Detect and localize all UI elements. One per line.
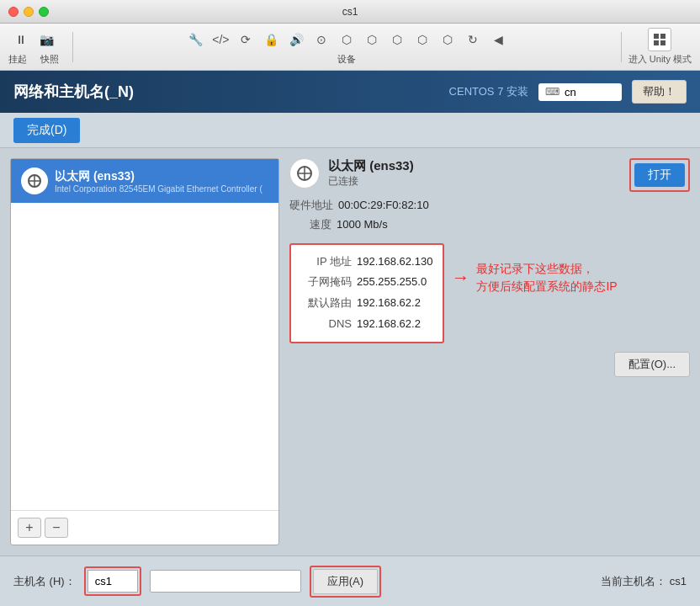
add-network-button[interactable]: + xyxy=(18,518,41,538)
lock-icon-btn[interactable]: 🔒 xyxy=(259,28,283,51)
toolbar-devices-group: 🔧 </> ⟳ 🔒 🔊 ⊙ ⬡ ⬡ ⬡ ⬡ ⬡ ↻ ◀ 设备 xyxy=(80,28,614,66)
usb-icon-btn[interactable]: ⬡ xyxy=(335,28,358,51)
dns-value: 192.168.62.2 xyxy=(357,314,421,335)
current-hostname-area: 当前主机名： cs1 xyxy=(601,574,687,589)
pause-button[interactable]: ⏸ xyxy=(9,28,33,51)
pause-label: 挂起 xyxy=(8,53,27,66)
titlebar: cs1 xyxy=(0,0,700,24)
audio-icon-btn[interactable]: 🔊 xyxy=(284,28,308,51)
dns-label: DNS xyxy=(301,314,352,335)
network-name: 以太网 (ens33) xyxy=(55,169,262,184)
arrow-annotation: → 最好记录下这些数据， 方便后续配置系统的静态IP xyxy=(451,260,617,295)
refresh-icon-btn[interactable]: ⟳ xyxy=(234,28,257,51)
usb5-icon-btn[interactable]: ⬡ xyxy=(436,28,459,51)
done-button[interactable]: 完成(D) xyxy=(13,118,80,143)
gateway-label: 默认路由 xyxy=(301,293,352,314)
window-title: cs1 xyxy=(342,6,358,18)
speed-label: 速度 xyxy=(289,215,331,234)
current-hostname-label: 当前主机名： xyxy=(601,575,666,587)
ip-annotation-row: IP 地址 192.168.62.130 子网掩码 255.255.255.0 … xyxy=(289,243,690,343)
speed-value: 1000 Mb/s xyxy=(337,215,388,234)
code-icon-btn[interactable]: </> xyxy=(209,28,232,51)
conn-title: 以太网 (ens33) xyxy=(328,158,414,174)
hw-label: 硬件地址 xyxy=(289,195,333,215)
toggle-connection-button[interactable]: 打开 xyxy=(634,163,685,187)
gateway-value: 192.168.62.2 xyxy=(357,293,421,314)
maximize-button[interactable] xyxy=(39,7,49,17)
header-right: CENTOS 7 安装 ⌨ 帮助！ xyxy=(449,80,687,104)
enter-unity-label: 进入 Unity 模式 xyxy=(628,53,692,66)
hostname-label: 主机名 (H)： xyxy=(13,574,76,589)
svg-rect-2 xyxy=(654,40,659,45)
configure-button-area: 配置(O)... xyxy=(289,352,690,377)
snapshot-button[interactable]: 📷 xyxy=(34,28,58,51)
subnet-row: 子网掩码 255.255.255.0 xyxy=(301,272,432,293)
configure-button[interactable]: 配置(O)... xyxy=(614,352,690,377)
ethernet-icon xyxy=(26,173,43,189)
snapshot-label: 快照 xyxy=(40,53,59,66)
connection-icon xyxy=(289,158,320,189)
toolbar-right: 进入 Unity 模式 xyxy=(628,28,692,66)
hw-value: 00:0C:29:F0:82:10 xyxy=(338,195,429,215)
svg-rect-1 xyxy=(660,34,666,39)
unity-icon xyxy=(648,28,671,51)
apply-button-box: 应用(A) xyxy=(310,566,381,598)
usb2-icon-btn[interactable]: ⬡ xyxy=(360,28,384,51)
conn-ethernet-icon xyxy=(295,164,314,183)
bottom-bar: 主机名 (H)： 应用(A) 当前主机名： cs1 xyxy=(0,556,700,606)
search-input[interactable] xyxy=(565,86,615,98)
annotation-line1: 最好记录下这些数据， xyxy=(476,260,617,278)
remove-network-button[interactable]: − xyxy=(45,518,68,538)
unity-svg xyxy=(652,32,667,47)
conn-title-area: 以太网 (ens33) 已连接 xyxy=(328,158,414,189)
usb4-icon-btn[interactable]: ⬡ xyxy=(411,28,434,51)
connection-header-row: 以太网 (ens33) 已连接 硬件地址 00:0C:29:F0:82:10 速… xyxy=(289,158,690,235)
devices-label: 设备 xyxy=(337,53,356,66)
toolbar-devices-icons: 🔧 </> ⟳ 🔒 🔊 ⊙ ⬡ ⬡ ⬡ ⬡ ⬡ ↻ ◀ xyxy=(183,28,510,51)
header-bar: 网络和主机名(_N) CENTOS 7 安装 ⌨ 帮助！ xyxy=(0,71,700,113)
toolbar-left-buttons: ⏸ 📷 xyxy=(9,28,58,51)
window-controls xyxy=(8,7,49,17)
hostname-extra-field[interactable] xyxy=(150,570,301,593)
connection-header: 以太网 (ens33) 已连接 xyxy=(289,158,619,189)
speed-row: 速度 1000 Mb/s xyxy=(289,215,619,234)
header-title: 网络和主机名(_N) xyxy=(13,82,134,102)
network-icon xyxy=(21,167,48,194)
network-info: 以太网 (ens33) Intel Corporation 82545EM Gi… xyxy=(55,169,262,194)
camera-icon-btn[interactable]: ⊙ xyxy=(310,28,333,51)
right-content-area: 以太网 (ens33) 已连接 硬件地址 00:0C:29:F0:82:10 速… xyxy=(289,158,690,377)
hostname-input[interactable] xyxy=(88,570,138,593)
svg-rect-0 xyxy=(654,34,659,39)
conn-details: 硬件地址 00:0C:29:F0:82:10 速度 1000 Mb/s xyxy=(289,195,619,235)
apply-button[interactable]: 应用(A) xyxy=(313,569,378,594)
close-button[interactable] xyxy=(8,7,19,17)
hostname-input-box xyxy=(84,566,141,596)
hw-address-row: 硬件地址 00:0C:29:F0:82:10 xyxy=(289,195,619,215)
annotation-text-block: 最好记录下这些数据， 方便后续配置系统的静态IP xyxy=(476,260,617,295)
help-button[interactable]: 帮助！ xyxy=(632,80,687,104)
minimize-button[interactable] xyxy=(24,7,34,17)
chevron-icon-btn[interactable]: ◀ xyxy=(486,28,510,51)
toolbar-divider-2 xyxy=(621,32,622,62)
unity-button-group: 进入 Unity 模式 xyxy=(628,28,692,66)
ip-value: 192.168.62.130 xyxy=(357,252,432,273)
left-panel-body xyxy=(11,203,278,510)
centos-label: CENTOS 7 安装 xyxy=(449,84,528,99)
ip-info-box: IP 地址 192.168.62.130 子网掩码 255.255.255.0 … xyxy=(289,243,444,343)
toolbar-pause-section: ⏸ 📷 挂起 快照 xyxy=(8,28,59,66)
left-panel: 以太网 (ens33) Intel Corporation 82545EM Gi… xyxy=(10,158,279,545)
subnet-value: 255.255.255.0 xyxy=(357,272,427,293)
sync-icon-btn[interactable]: ↻ xyxy=(461,28,485,51)
usb3-icon-btn[interactable]: ⬡ xyxy=(385,28,409,51)
ip-label: IP 地址 xyxy=(301,252,352,273)
subnet-label: 子网掩码 xyxy=(301,272,352,293)
network-sub: Intel Corporation 82545EM Gigabit Ethern… xyxy=(55,184,262,194)
svg-rect-3 xyxy=(660,40,666,45)
network-list-item[interactable]: 以太网 (ens33) Intel Corporation 82545EM Gi… xyxy=(11,159,278,203)
action-bar: 完成(D) xyxy=(0,113,700,148)
toggle-button-box: 打开 xyxy=(629,158,690,192)
settings-icon-btn[interactable]: 🔧 xyxy=(183,28,207,51)
toolbar-divider-1 xyxy=(72,32,73,62)
right-panel: 以太网 (ens33) 已连接 硬件地址 00:0C:29:F0:82:10 速… xyxy=(289,158,690,545)
main-content: 以太网 (ens33) Intel Corporation 82545EM Gi… xyxy=(0,148,700,556)
